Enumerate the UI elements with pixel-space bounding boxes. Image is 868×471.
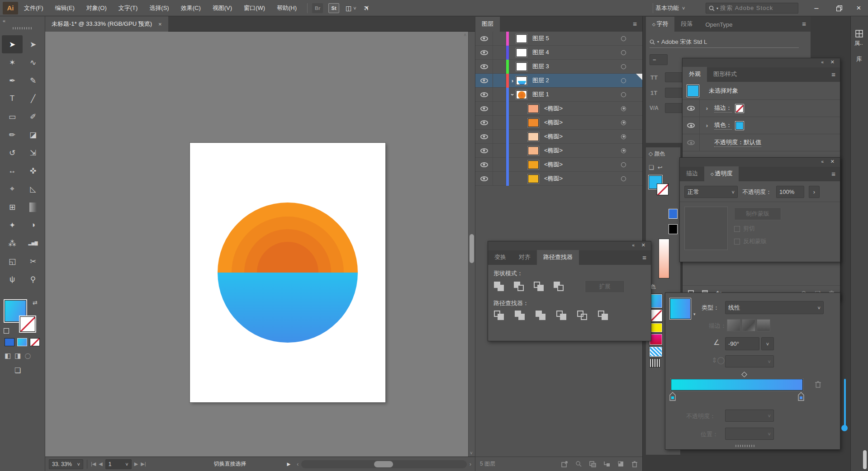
lock-cell[interactable] [493, 144, 506, 158]
visibility-eye-icon[interactable] [480, 78, 488, 83]
fill-color-swatch[interactable] [735, 122, 744, 130]
layer-thumbnail[interactable] [516, 48, 527, 57]
prev-page-button[interactable]: ◀ [99, 461, 102, 467]
blend-mode-dropdown[interactable]: 正常 ˅ [684, 186, 738, 198]
make-clipping-mask-icon[interactable] [589, 461, 596, 467]
gradient-tool[interactable]: ▩ [23, 198, 43, 216]
font-style-field[interactable]: − [650, 54, 668, 65]
layer-thumbnail[interactable] [528, 104, 539, 113]
tab-graphic-styles[interactable]: 图形样式 [707, 67, 743, 82]
visibility-eye-icon[interactable] [480, 106, 488, 111]
mesh-tool[interactable]: ⊞ [2, 198, 23, 216]
status-flyout-icon[interactable]: ▶ [287, 462, 291, 466]
last-page-button[interactable]: ▶| [141, 461, 146, 467]
lock-cell[interactable] [493, 102, 506, 116]
intersect-icon[interactable] [533, 281, 546, 292]
collapse-dock-chevrons-icon[interactable]: « [3, 18, 5, 24]
menu-item-7[interactable]: 窗口(W) [238, 0, 271, 16]
tab-stroke[interactable]: 描边 [680, 166, 704, 181]
layer-target-icon[interactable] [621, 106, 626, 111]
locate-object-icon[interactable] [575, 461, 582, 467]
gradient-stop-right[interactable] [797, 391, 806, 401]
properties-icon[interactable] [855, 30, 863, 38]
eyedropper-tool[interactable]: ✦ [2, 216, 23, 234]
tab-layers[interactable]: 图层 [475, 17, 500, 32]
opacity-row-label[interactable]: 不透明度：默认值 [714, 138, 761, 147]
color-stroke-none-swatch[interactable] [657, 184, 669, 195]
stop-location-dropdown[interactable]: ˅ [725, 428, 774, 440]
stroke-none-swatch[interactable] [735, 104, 744, 113]
layer-row-ellipse-7[interactable]: <椭圆> [475, 130, 642, 144]
gradient-type-dropdown[interactable]: 线性 ˅ [725, 301, 824, 314]
layer-thumbnail[interactable] [516, 90, 527, 99]
panel-menu-icon[interactable]: ≡ [831, 170, 835, 178]
lock-cell[interactable] [493, 32, 506, 46]
swatch-white-peach-gradient[interactable] [659, 239, 669, 278]
tab-paragraph[interactable]: 段落 [674, 17, 699, 32]
layer-thumbnail[interactable] [528, 160, 539, 169]
layer-row-ellipse-10[interactable]: <椭圆> [475, 172, 642, 186]
visibility-eye-icon[interactable] [687, 106, 695, 111]
stroke-gradient-along-icon[interactable] [742, 319, 755, 331]
gpu-performance-rocket-icon[interactable]: ✈ [361, 3, 372, 13]
color-button[interactable] [5, 338, 14, 346]
hscroll-left-icon[interactable]: ‹ [297, 461, 299, 467]
tab-opentype[interactable]: OpenType [699, 18, 739, 32]
layer-name[interactable]: <椭圆> [544, 118, 563, 127]
column-graph-tool[interactable]: ▂▅▇ [23, 234, 43, 252]
menu-item-8[interactable]: 帮助(H) [271, 0, 303, 16]
layer-target-icon[interactable] [621, 92, 626, 97]
layer-thumbnail[interactable] [528, 132, 539, 141]
gradient-presets-chevron-icon[interactable]: ▾ [693, 312, 696, 316]
delete-layer-icon[interactable] [631, 461, 638, 467]
shape-builder-tool[interactable]: ⌖ [2, 180, 23, 198]
type-tool[interactable]: T [2, 89, 23, 108]
app-logo[interactable]: Ai [3, 2, 18, 14]
clip-checkbox-row[interactable]: 剪切 [734, 225, 781, 233]
default-fill-stroke-icon[interactable] [4, 328, 9, 334]
layer-thumbnail[interactable] [516, 34, 527, 43]
direct-selection-tool[interactable]: ➤ [23, 35, 43, 53]
gradient-button[interactable] [17, 338, 27, 346]
visibility-eye-icon[interactable] [480, 120, 488, 125]
scroll-up-icon[interactable]: ˄ [464, 33, 466, 38]
gradient-preview-swatch[interactable] [670, 298, 691, 319]
tab-character[interactable]: ◇ 字符 [646, 17, 674, 32]
visibility-eye-icon[interactable] [480, 50, 488, 55]
scroll-down-icon[interactable]: ˅ [470, 451, 473, 456]
arrange-documents-button[interactable]: ◫ ˅ [346, 5, 356, 12]
kerning-field[interactable] [665, 103, 683, 113]
swatch-magenta[interactable] [650, 334, 662, 345]
symbols-barcode-icon[interactable] [650, 358, 660, 367]
layer-row-ellipse-8[interactable]: <椭圆> [475, 144, 642, 158]
layer-thumbnail[interactable] [516, 62, 527, 71]
layer-thumbnail[interactable] [528, 146, 539, 155]
layer-target-icon[interactable] [621, 64, 626, 69]
visibility-eye-icon[interactable] [687, 123, 695, 128]
visibility-eye-icon[interactable] [480, 148, 488, 153]
libraries-tab-label[interactable]: 库 [856, 55, 868, 63]
lock-cell[interactable] [493, 74, 506, 88]
stroke-gradient-within-icon[interactable] [727, 319, 740, 331]
layer-name[interactable]: <椭圆> [544, 160, 563, 169]
panel-menu-icon[interactable]: ≡ [642, 254, 646, 261]
trim-icon[interactable] [514, 310, 527, 321]
line-segment-tool[interactable]: ╱ [23, 89, 43, 108]
tab-transform[interactable]: 变换 [488, 250, 512, 265]
menu-item-6[interactable]: 视图(V) [207, 0, 238, 16]
panel-menu-icon[interactable]: ≡ [802, 20, 806, 28]
layer-name[interactable]: <椭圆> [544, 146, 563, 155]
close-icon[interactable]: ✕ [830, 159, 835, 165]
layer-target-icon[interactable] [621, 78, 626, 83]
layer-name[interactable]: <椭圆> [544, 104, 563, 113]
document-tab[interactable]: 未标题-1* @ 33.33% (RGB/GPU 预览) × [45, 16, 168, 32]
layer-target-icon[interactable] [621, 120, 626, 125]
menu-item-4[interactable]: 选择(S) [143, 0, 175, 16]
layer-target-icon[interactable] [621, 162, 626, 167]
tab-transparency[interactable]: ◇ 透明度 [704, 166, 739, 181]
stroke-color-swatch[interactable] [20, 316, 35, 332]
curvature-tool[interactable]: ✎ [23, 71, 43, 89]
layer-row-图层 4[interactable]: 图层 4 [475, 46, 642, 60]
new-sublayer-icon[interactable] [603, 461, 610, 467]
fill-row-label[interactable]: 填色： [714, 121, 732, 130]
